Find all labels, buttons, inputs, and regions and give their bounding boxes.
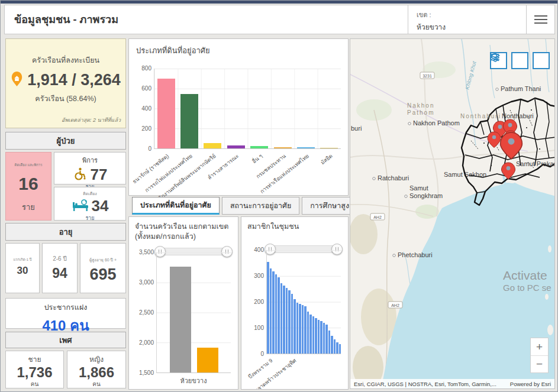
hidden-population-card: ประชากรแฝง 410 คน: [5, 298, 126, 329]
district-selector[interactable]: เขต : ห้วยขวาง: [408, 5, 526, 34]
land-chart-title: ประเภทที่ดินที่อยู่อาศัย: [129, 39, 348, 57]
registered-subtitle: ครัวเรือน (58.64%): [6, 93, 125, 105]
y-tick: 200: [141, 125, 151, 132]
registered-title: ครัวเรือนที่ลงทะเบียน: [6, 54, 125, 66]
patient-pink-card: ติดเตียง และพิการ 16 ราย: [5, 152, 51, 221]
patient-pink-label: ติดเตียง และพิการ: [6, 162, 51, 168]
bar: [157, 79, 175, 148]
age-section-header: อายุ: [5, 223, 126, 241]
y-tick: 3,500: [139, 249, 154, 255]
households-plot: [156, 252, 231, 373]
bar: [250, 146, 268, 148]
y-tick: 200: [254, 299, 264, 305]
bar: [270, 268, 272, 354]
y-tick: 0: [148, 145, 151, 152]
hamburger-icon: [534, 15, 547, 17]
bar: [328, 331, 331, 354]
bar: [274, 147, 292, 148]
bar: [280, 283, 283, 354]
map-label: Nonthaburi: [460, 113, 501, 119]
map-label: Nakhon: [407, 102, 434, 109]
menu-button[interactable]: [526, 5, 554, 34]
top-accent-bar: [1, 1, 557, 4]
svg-text:3231: 3231: [422, 74, 432, 78]
x-tick-label: มัสยิด: [318, 152, 334, 167]
road-badge: AH2: [370, 213, 385, 220]
bar: [227, 145, 245, 148]
hospital-bed-icon: [72, 199, 89, 214]
members-labels: บึงพระราม 9คลองลาดพร้าวประชาอุทิศ: [266, 355, 348, 390]
bar: [180, 94, 198, 148]
patient-pink-unit: ราย: [6, 201, 51, 213]
age-card-child: 2-6 ปี 94: [42, 243, 78, 293]
y-tick: 400: [254, 247, 264, 253]
y-tick: 3,000: [139, 279, 154, 286]
map-legend-button[interactable]: [511, 52, 528, 69]
map-layers-button[interactable]: [533, 52, 550, 69]
bar: [297, 147, 315, 148]
x-tick-label: อื่น ๆ: [250, 152, 265, 166]
male-value: 1,736: [6, 364, 63, 381]
bar: [315, 318, 317, 354]
district-label: เขต :: [417, 9, 518, 20]
y-tick: 100: [254, 325, 264, 331]
age-child-value: 94: [43, 265, 77, 281]
patients-section-header: ผู้ป่วย: [5, 132, 126, 150]
map-label: Songkhram: [409, 192, 443, 199]
bar: [320, 321, 322, 354]
svg-text:AH2: AH2: [373, 215, 382, 219]
y-tick: 400: [141, 105, 151, 112]
bar: [275, 274, 278, 354]
map-label: buri: [351, 125, 362, 132]
bedridden-label: ติดเตียง: [54, 190, 125, 197]
bar: [320, 148, 338, 148]
bar: [204, 143, 221, 148]
bar: [288, 290, 291, 354]
map-label: Samut: [409, 184, 428, 192]
households-yticks: 3,5003,0002,5002,0001,500: [130, 252, 154, 373]
bar: [318, 320, 320, 354]
bar: [278, 277, 280, 354]
land-type-chart-card: ประเภทที่ดินที่อยู่อาศัย 8006004002000 ธ…: [128, 38, 349, 196]
svg-text:AH2: AH2: [391, 303, 399, 307]
attribution-text: Esri, CGIAR, USGS | NOSTRA, Esri, TomTom…: [354, 381, 496, 387]
hidden-population-title: ประชากรแฝง: [6, 302, 125, 313]
district-value: ห้วยขวาง: [417, 21, 518, 33]
members-plot: [266, 250, 341, 354]
age-child-label: 2-6 ปี: [43, 254, 77, 263]
households-chart-card: จำนวนครัวเรือน แยกตามเขต (ทั้งหมด/กรอกแล…: [128, 216, 238, 390]
zoom-in-button[interactable]: +: [531, 338, 548, 355]
bedridden-value: 34: [92, 197, 109, 215]
female-unit: คน: [67, 380, 125, 388]
land-yticks: 8006004002000: [133, 69, 151, 149]
bar: [336, 342, 338, 354]
header: ข้อมูลชุมชน - ภาพรวม เขต : ห้วยขวาง: [4, 5, 555, 34]
members-title: สมาชิกในชุมชน: [241, 217, 348, 232]
map-label: Pathom: [407, 109, 434, 116]
bedridden-unit: ราย: [54, 214, 125, 222]
tab-residence-status[interactable]: สถานะการอยู่อาศัย: [222, 197, 299, 215]
y-tick: 0: [260, 351, 264, 357]
y-tick: 1,500: [139, 370, 154, 376]
age-elderly-value: 695: [80, 265, 125, 284]
watermark-line1: Activate: [503, 268, 551, 283]
bar: [334, 339, 336, 354]
map-label: Ratchaburi: [378, 174, 409, 182]
male-card: ชาย 1,736 คน: [5, 351, 64, 388]
y-tick: 300: [254, 273, 264, 279]
y-tick: 600: [141, 85, 151, 92]
households-x-label: ห้วยขวาง: [156, 375, 231, 386]
bar: [302, 305, 304, 354]
location-pin-home-icon: [11, 71, 23, 89]
zoom-out-button[interactable]: −: [531, 355, 548, 372]
disabled-label: พิการ: [54, 155, 125, 166]
registered-households-card: ครัวเรือนที่ลงทะเบียน 1,914 / 3,264 ครัว…: [5, 38, 126, 128]
tab-land-type[interactable]: ประเภทที่ดินที่อยู่อาศัย: [132, 197, 220, 215]
hamburger-icon: [534, 22, 547, 24]
powered-by-esri: Powered by Esri: [510, 381, 551, 387]
registered-value: 1,914 / 3,264: [27, 71, 121, 89]
map-panel[interactable]: NonthaburiSamut Sakhon: [350, 38, 555, 389]
bar: [272, 271, 275, 354]
map-zoom-control: + −: [530, 338, 549, 373]
map-toolbar: [490, 52, 550, 69]
